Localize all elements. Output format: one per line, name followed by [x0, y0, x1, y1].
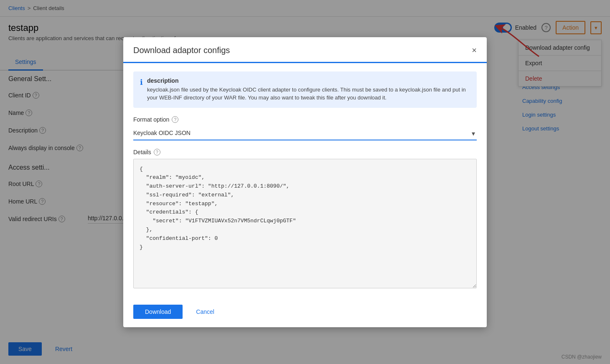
- details-section: Details ?: [133, 149, 477, 290]
- info-icon: ℹ: [140, 78, 143, 102]
- help-format-option[interactable]: ?: [172, 116, 178, 123]
- info-box: ℹ description keycloak.json file used by…: [133, 71, 477, 108]
- info-text: keycloak.json file used by the Keycloak …: [147, 86, 470, 102]
- format-select-wrap: Keycloak OIDC JSON OpenID Connect JSON ▾: [133, 126, 477, 140]
- modal-body: ℹ description keycloak.json file used by…: [123, 63, 487, 298]
- format-option-label: Format option ?: [133, 116, 477, 123]
- modal-header: Download adaptor configs ×: [123, 37, 487, 63]
- info-title: description: [147, 77, 470, 84]
- download-button[interactable]: Download: [133, 305, 183, 319]
- modal-title: Download adaptor configs: [133, 46, 230, 55]
- help-details[interactable]: ?: [154, 149, 160, 155]
- json-textarea[interactable]: [133, 159, 477, 288]
- cancel-button[interactable]: Cancel: [189, 305, 221, 319]
- modal-overlay[interactable]: Download adaptor configs × ℹ description…: [0, 0, 610, 364]
- modal-close-button[interactable]: ×: [472, 46, 477, 54]
- modal: Download adaptor configs × ℹ description…: [123, 37, 487, 327]
- info-content: description keycloak.json file used by t…: [147, 77, 470, 102]
- format-option-group: Format option ? Keycloak OIDC JSON OpenI…: [133, 116, 477, 140]
- modal-footer: Download Cancel: [123, 298, 487, 327]
- details-label: Details ?: [133, 149, 477, 155]
- format-select[interactable]: Keycloak OIDC JSON OpenID Connect JSON: [133, 126, 477, 140]
